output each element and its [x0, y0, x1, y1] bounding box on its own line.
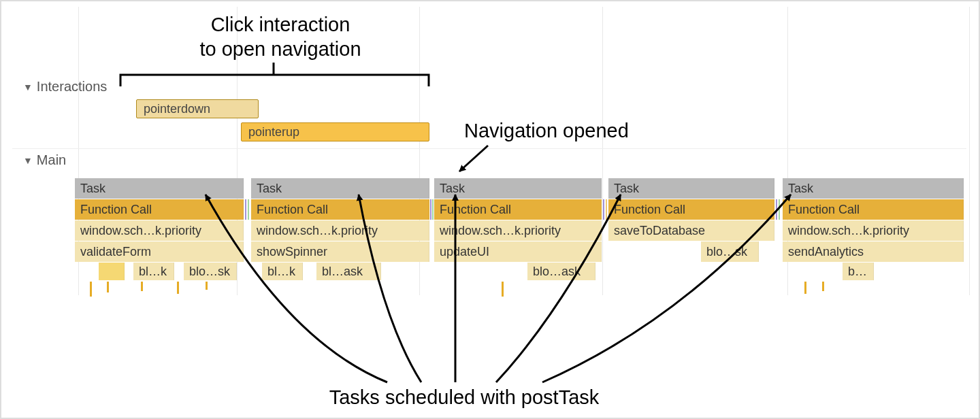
function-call-bar[interactable]: Function Call	[608, 199, 774, 220]
flame-tick	[107, 282, 109, 292]
flame-tick	[90, 282, 92, 297]
call-l3[interactable]: saveToDatabase	[608, 220, 774, 241]
call-l3[interactable]: window.sch…k.priority	[434, 220, 602, 241]
call-l3[interactable]: window.sch…k.priority	[75, 220, 244, 241]
function-call-bar[interactable]: Function Call	[75, 199, 244, 220]
micro-task-strip	[430, 199, 431, 220]
track-label-text: Interactions	[37, 79, 107, 95]
call-l5[interactable]: blo…ask	[527, 263, 595, 280]
call-l4[interactable]: validateForm	[75, 241, 244, 262]
call-l5[interactable]	[99, 263, 125, 280]
function-call-bar[interactable]: Function Call	[251, 199, 429, 220]
row-function-call: Function Call Function Call Function Cal…	[75, 199, 966, 220]
gridline	[969, 7, 970, 295]
task-bar[interactable]: Task	[75, 178, 244, 199]
function-call-bar[interactable]: Function Call	[434, 199, 602, 220]
micro-task-strip	[245, 199, 246, 220]
call-l3[interactable]: window.sch…k.priority	[251, 220, 429, 241]
call-l4[interactable]: sendAnalytics	[783, 241, 964, 262]
call-l5[interactable]: bl…k	[133, 263, 174, 280]
flame-tick	[141, 282, 143, 291]
flame-tick	[822, 282, 824, 291]
flame-tick	[502, 282, 504, 297]
function-call-bar[interactable]: Function Call	[783, 199, 964, 220]
task-bar[interactable]: Task	[608, 178, 774, 199]
call-l3[interactable]: window.sch…k.priority	[783, 220, 964, 241]
interaction-bar-pointerup[interactable]: pointerup	[241, 122, 429, 141]
task-bar[interactable]: Task	[251, 178, 429, 199]
call-l5[interactable]: blo…sk	[184, 263, 237, 280]
task-bar[interactable]: Task	[434, 178, 602, 199]
micro-task-strip	[779, 199, 780, 220]
flame-tick	[206, 282, 208, 290]
flame-tick	[804, 282, 806, 294]
row-l4: validateForm showSpinner updateUI blo…sk…	[75, 241, 966, 262]
call-l5[interactable]: b…	[843, 263, 874, 280]
interaction-bar-pointerdown[interactable]: pointerdown	[136, 99, 259, 118]
annotation-click-interaction: Click interaction to open navigation	[175, 12, 386, 62]
track-separator	[12, 148, 966, 149]
devtools-flame-diagram: ▼ Interactions ▼ Main pointerdown pointe…	[0, 0, 980, 419]
call-l4[interactable]: blo…sk	[701, 241, 759, 262]
micro-task-strip	[606, 199, 607, 220]
track-label-main[interactable]: ▼ Main	[23, 152, 66, 168]
call-l4[interactable]: showSpinner	[251, 241, 429, 262]
micro-task-strip	[776, 199, 777, 220]
task-bar[interactable]: Task	[783, 178, 964, 199]
call-l4[interactable]: updateUI	[434, 241, 602, 262]
micro-task-strip	[248, 199, 249, 220]
track-label-interactions[interactable]: ▼ Interactions	[23, 79, 107, 95]
row-l3: window.sch…k.priority window.sch…k.prior…	[75, 220, 966, 241]
disclosure-triangle-icon[interactable]: ▼	[23, 82, 33, 93]
micro-task-strip	[432, 199, 434, 220]
annotation-tasks-scheduled: Tasks scheduled with postTask	[274, 385, 655, 409]
call-l5[interactable]: bl…ask	[316, 263, 381, 280]
annotation-nav-opened: Navigation opened	[464, 118, 668, 143]
call-l5[interactable]: bl…k	[262, 263, 303, 280]
track-label-text: Main	[37, 152, 66, 168]
micro-task-strip	[603, 199, 604, 220]
row-l5: bl…k blo…sk bl…k bl…ask blo…ask b…	[75, 263, 966, 280]
row-task: Task Task Task Task Task	[75, 178, 966, 199]
disclosure-triangle-icon[interactable]: ▼	[23, 155, 33, 166]
flame-tick	[177, 282, 179, 294]
